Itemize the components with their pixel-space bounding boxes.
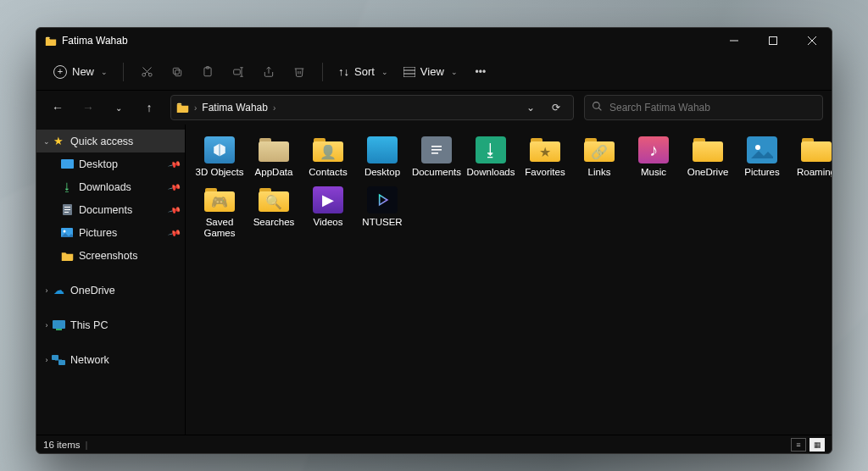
folder-icon (690, 135, 726, 165)
pin-icon: 📌 (168, 180, 181, 194)
rename-button[interactable] (224, 58, 253, 86)
items-view[interactable]: 3D Objects AppData 👤 Contacts Desktop Do (186, 125, 832, 435)
folder-item-desktop[interactable]: Desktop (357, 133, 408, 178)
network-icon (52, 353, 65, 367)
svg-rect-35 (431, 149, 442, 151)
copy-button[interactable] (163, 58, 192, 86)
music-icon: ♪ (636, 135, 671, 165)
file-item-ntuser[interactable]: NTUSER (357, 183, 408, 239)
sort-button[interactable]: ↑↓ Sort ⌄ (331, 62, 395, 81)
minimize-button[interactable] (715, 28, 754, 53)
sidebar-item-this-pc[interactable]: › This PC (36, 313, 185, 336)
folder-item-music[interactable]: ♪ Music (628, 133, 679, 178)
documents-icon (419, 135, 454, 165)
search-box[interactable] (584, 95, 823, 120)
navigation-pane: ⌄ ★ Quick access Desktop 📌 ⭳ Downloads 📌… (36, 125, 186, 435)
svg-line-21 (598, 108, 601, 110)
item-label: Links (588, 167, 611, 178)
close-button[interactable] (793, 28, 832, 53)
items-grid: 3D Objects AppData 👤 Contacts Desktop Do (194, 133, 828, 239)
folder-item-favorites[interactable]: ★ Favorites (520, 133, 570, 178)
address-folder-icon (176, 103, 189, 113)
folder-item-documents[interactable]: Documents (411, 133, 462, 178)
item-label: Roaming (797, 167, 832, 178)
chevron-down-icon: ⌄ (381, 68, 388, 76)
folder-item-onedrive[interactable]: OneDrive (682, 133, 733, 178)
sidebar-label: Downloads (79, 181, 131, 193)
sidebar-item-documents[interactable]: Documents 📌 (36, 198, 185, 221)
paste-button[interactable] (193, 58, 222, 86)
delete-button[interactable] (285, 58, 314, 86)
downloads-icon: ⭳ (473, 135, 509, 165)
chevron-down-icon: ⌄ (42, 137, 52, 146)
sidebar-label: Documents (79, 204, 132, 216)
sidebar-item-desktop[interactable]: Desktop 📌 (36, 152, 185, 175)
saved-games-icon: 🎮 (202, 185, 237, 215)
forward-button[interactable]: → (75, 95, 101, 120)
svg-rect-32 (58, 360, 65, 365)
svg-rect-34 (431, 146, 442, 147)
item-label: OneDrive (687, 167, 729, 178)
item-label: Downloads (467, 167, 515, 178)
svg-rect-31 (52, 355, 58, 360)
command-bar: + New ⌄ ↑↓ Sort ⌄ View ⌄ ••• (36, 53, 832, 91)
folder-item-links[interactable]: 🔗 Links (574, 133, 625, 178)
svg-rect-1 (770, 37, 777, 45)
more-button[interactable]: ••• (466, 58, 495, 86)
up-button[interactable]: ↑ (136, 95, 162, 120)
sidebar-item-quick-access[interactable]: ⌄ ★ Quick access (36, 130, 185, 152)
folder-item-contacts[interactable]: 👤 Contacts (303, 133, 353, 178)
folder-item-appdata[interactable]: AppData (248, 133, 299, 178)
new-button[interactable]: + New ⌄ (47, 62, 114, 82)
folder-item-pictures[interactable]: Pictures (737, 133, 787, 178)
chevron-down-icon: ⌄ (101, 68, 108, 76)
3d-objects-icon (202, 135, 237, 165)
sidebar-item-downloads[interactable]: ⭳ Downloads 📌 (36, 175, 185, 198)
search-icon (592, 101, 603, 114)
maximize-button[interactable] (754, 28, 793, 53)
picture-icon (60, 226, 74, 240)
address-bar[interactable]: › Fatima Wahab › ⌄ ⟳ (170, 95, 574, 120)
details-view-button[interactable]: ≡ (791, 438, 806, 452)
status-bar: 16 items | ≡ ▦ (36, 435, 832, 453)
sidebar-label: This PC (70, 319, 108, 331)
download-icon: ⭳ (60, 180, 74, 194)
cloud-icon: ☁ (52, 284, 65, 297)
refresh-button[interactable]: ⟳ (546, 102, 566, 114)
search-input[interactable] (609, 102, 815, 114)
cut-button[interactable] (132, 58, 161, 86)
sidebar-item-onedrive[interactable]: › ☁ OneDrive (36, 279, 185, 302)
view-button[interactable]: View ⌄ (397, 62, 465, 81)
share-button[interactable] (254, 58, 283, 86)
sidebar-item-pictures[interactable]: Pictures 📌 (36, 221, 185, 244)
window-folder-icon (45, 36, 57, 46)
folder-item-3d-objects[interactable]: 3D Objects (194, 133, 245, 178)
separator: | (85, 440, 87, 450)
back-button[interactable]: ← (45, 95, 70, 120)
file-explorer-window: Fatima Wahab + New ⌄ ↑↓ Sort ⌄ View ⌄ ••… (36, 27, 832, 454)
contacts-icon: 👤 (310, 135, 346, 165)
chevron-right-icon: › (42, 321, 52, 330)
breadcrumb-item[interactable]: Fatima Wahab (202, 102, 268, 114)
chevron-right-icon: › (42, 356, 52, 364)
folder-item-roaming[interactable]: Roaming (791, 133, 832, 178)
sidebar-label: Network (70, 354, 109, 366)
recent-locations-button[interactable]: ⌄ (106, 95, 131, 120)
folder-item-downloads[interactable]: ⭳ Downloads (465, 133, 516, 178)
item-label: Videos (314, 217, 343, 228)
svg-rect-17 (403, 67, 415, 77)
svg-rect-30 (56, 329, 62, 330)
large-icons-view-button[interactable]: ▦ (810, 438, 825, 452)
folder-item-videos[interactable]: ▶ Videos (303, 183, 353, 239)
folder-item-saved-games[interactable]: 🎮 Saved Games (194, 183, 245, 239)
svg-rect-9 (173, 68, 179, 74)
history-dropdown[interactable]: ⌄ (520, 102, 541, 114)
sidebar-label: OneDrive (70, 285, 115, 296)
sidebar-item-screenshots[interactable]: Screenshots (36, 244, 185, 267)
sidebar-item-network[interactable]: › Network (36, 348, 185, 371)
chevron-right-icon: › (42, 286, 52, 295)
pc-icon (52, 319, 65, 332)
item-label: Desktop (364, 167, 400, 178)
folder-item-searches[interactable]: 🔍 Searches (248, 183, 299, 239)
breadcrumb-separator: › (273, 103, 275, 113)
